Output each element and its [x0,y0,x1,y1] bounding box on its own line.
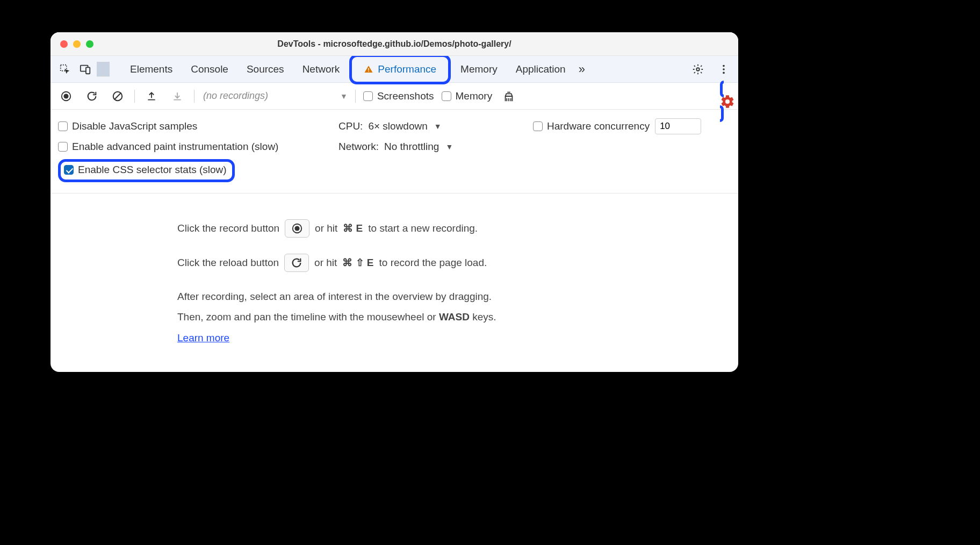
inst-reload-key: ⌘ ⇧ E [342,254,373,271]
svg-point-6 [723,64,725,67]
memory-checkbox[interactable]: Memory [442,90,493,102]
inst-record-key: ⌘ E [343,220,363,237]
devtools-window: DevTools - microsoftedge.github.io/Demos… [51,32,738,372]
tab-performance-label: Performance [378,63,436,75]
panel-tabs: Elements Console Sources Network Perform… [121,54,585,84]
inst-reload-c: to record the page load. [379,254,487,271]
tab-network[interactable]: Network [294,59,349,80]
record-button-inline[interactable] [285,219,309,238]
close-window-button[interactable] [60,40,68,48]
capture-settings-icon[interactable] [720,94,735,109]
hw-concurrency-label: Hardware concurrency [547,120,650,132]
inst-record-c: to start a new recording. [368,220,478,237]
svg-rect-4 [369,70,370,71]
capture-settings-panel: Disable JavaScript samples CPU: 6× slowd… [51,110,738,193]
css-stats-label: Enable CSS selector stats (slow) [78,164,227,176]
zoom-window-button[interactable] [86,40,93,48]
highlight-capture-settings [720,81,735,122]
reload-button[interactable] [83,87,101,105]
window-controls [60,40,93,48]
collect-garbage-icon[interactable] [500,87,518,105]
hardware-concurrency-input[interactable] [655,118,701,134]
performance-toolbar: (no recordings) ▼ Screenshots Memory [51,83,738,110]
dropdown-caret-icon: ▼ [434,122,442,131]
tab-elements[interactable]: Elements [121,59,181,80]
tab-performance[interactable]: Performance [355,59,445,80]
performance-landing: Click the record button or hit ⌘ E to st… [51,193,738,347]
network-throttling-select[interactable]: No throttling ▼ [384,141,453,153]
upload-icon[interactable] [142,87,161,105]
highlight-performance-tab: Performance [349,54,451,84]
warning-icon [364,64,373,74]
disable-js-label: Disable JavaScript samples [72,120,197,132]
css-selector-stats-checkbox[interactable]: Enable CSS selector stats (slow) [64,164,227,176]
download-icon[interactable] [168,87,186,105]
advanced-paint-checkbox[interactable]: Enable advanced paint instrumentation (s… [58,141,278,153]
dropdown-caret-icon: ▼ [445,142,453,151]
reload-button-inline[interactable] [284,254,309,272]
window-titlebar: DevTools - microsoftedge.github.io/Demos… [51,32,738,56]
recordings-dropdown[interactable]: (no recordings) [203,90,268,102]
cpu-label: CPU: [338,120,363,132]
inst-record-b: or hit [315,220,337,237]
tab-application[interactable]: Application [507,59,574,80]
memory-chk-label: Memory [456,90,493,102]
svg-point-8 [723,71,725,74]
clear-button[interactable] [109,87,127,105]
learn-more-link[interactable]: Learn more [177,332,229,343]
tab-memory[interactable]: Memory [452,59,506,80]
screenshots-label: Screenshots [377,90,434,102]
more-tabs-button[interactable]: » [579,62,585,76]
advanced-paint-label: Enable advanced paint instrumentation (s… [72,141,278,153]
highlight-css-stats: Enable CSS selector stats (slow) [58,159,235,182]
screenshots-checkbox[interactable]: Screenshots [363,90,434,102]
svg-point-5 [696,68,700,71]
tab-sources[interactable]: Sources [238,59,293,80]
svg-point-7 [723,68,725,70]
svg-point-14 [295,226,300,231]
devtools-tabbar: Elements Console Sources Network Perform… [51,56,738,83]
hardware-concurrency-checkbox[interactable]: Hardware concurrency [533,120,650,132]
window-title: DevTools - microsoftedge.github.io/Demos… [51,39,738,49]
inst-para2: Then, zoom and pan the timeline with the… [177,309,738,326]
inst-para1: After recording, select an area of inter… [177,288,738,305]
network-label: Network: [338,141,379,153]
settings-icon[interactable] [689,60,707,78]
inst-reload-b: or hit [314,254,337,271]
record-button[interactable] [57,87,75,105]
device-toggle-icon[interactable] [76,60,95,78]
inst-record-a: Click the record button [177,220,279,237]
svg-rect-3 [369,68,370,70]
svg-point-10 [63,94,68,98]
inspect-element-icon[interactable] [56,60,74,78]
cpu-value: 6× slowdown [368,120,427,132]
disable-js-samples-checkbox[interactable]: Disable JavaScript samples [58,120,197,132]
dropdown-caret-icon: ▼ [340,92,348,101]
tab-console[interactable]: Console [182,59,237,80]
network-value: No throttling [384,141,439,153]
inst-reload-a: Click the reload button [177,254,279,271]
more-options-icon[interactable] [715,60,733,78]
minimize-window-button[interactable] [73,40,81,48]
svg-rect-2 [86,67,90,74]
cpu-throttling-select[interactable]: 6× slowdown ▼ [368,120,441,132]
svg-line-12 [114,92,121,99]
